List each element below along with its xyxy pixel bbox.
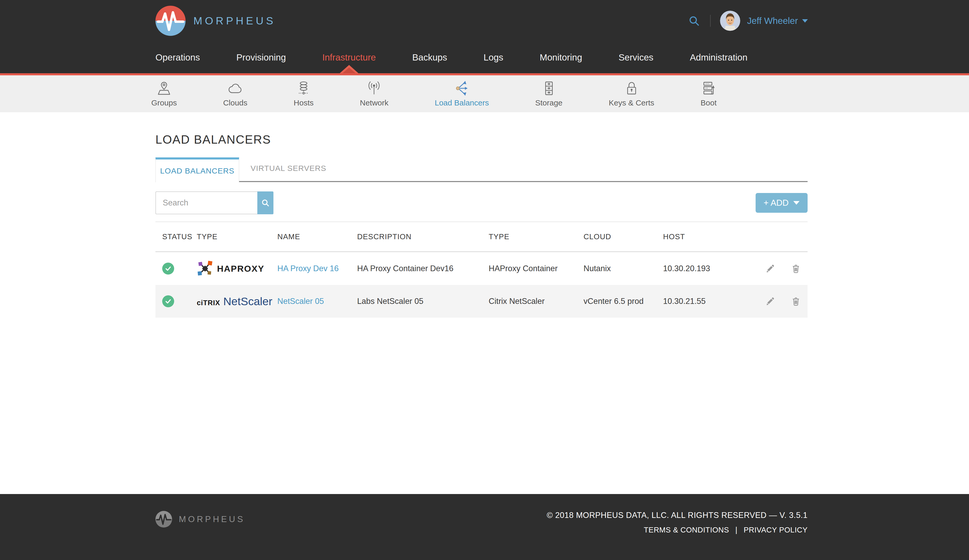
subnav-label: Groups [151,98,177,107]
infrastructure-subnav: Groups Clouds Hosts Network [0,75,969,112]
footer-wordmark: MORPHEUS [179,514,245,524]
tab-virtual-servers[interactable]: VIRTUAL SERVERS [239,164,338,181]
link-separator: | [735,526,738,534]
subnav-item-network[interactable]: Network [360,80,388,107]
type-logo-cell: ciTRIX NetScaler [197,295,277,308]
haproxy-logo-icon [197,260,213,277]
divider [710,15,711,27]
footer-brand: MORPHEUS [155,511,245,528]
boot-server-icon [701,80,717,96]
chevron-down-icon[interactable] [802,19,808,23]
search-group [155,191,273,214]
subnav-label: Network [360,98,388,107]
nav-item-services[interactable]: Services [619,42,653,73]
subnav-label: Load Balancers [435,98,489,107]
search-button[interactable] [257,191,273,214]
search-icon[interactable] [688,15,700,27]
user-menu[interactable]: Jeff Wheeler [747,16,798,26]
type-cell: HAProxy Container [489,264,584,273]
brand-wordmark: MORPHEUS [193,15,276,27]
toolbar: + ADD [155,191,808,214]
drawers-icon [541,80,557,96]
trash-icon [791,264,801,274]
padlock-icon [624,80,640,96]
footer: MORPHEUS © 2018 MORPHEUS DATA, LLC. ALL … [0,494,969,560]
morpheus-logo-icon [155,6,186,36]
search-icon [261,198,270,208]
subnav-item-keys-certs[interactable]: Keys & Certs [609,80,654,107]
col-name: NAME [277,233,357,241]
load-balancers-table: STATUS TYPE NAME DESCRIPTION TYPE CLOUD … [155,221,808,317]
subnav-item-boot[interactable]: Boot [701,80,717,107]
haproxy-logo-text: HAPROXY [217,264,264,274]
subnav-label: Boot [701,98,717,107]
table-header-row: STATUS TYPE NAME DESCRIPTION TYPE CLOUD … [155,222,808,252]
citrix-logo-text: ciTRIX [197,299,220,307]
col-type-logo: TYPE [197,233,277,241]
subnav-label: Clouds [223,98,247,107]
search-input[interactable] [155,191,257,214]
subnav-item-hosts[interactable]: Hosts [294,80,314,107]
subnav-item-clouds[interactable]: Clouds [223,80,247,107]
actions-cell [765,296,808,306]
antenna-icon [366,80,382,96]
col-description: DESCRIPTION [357,233,489,241]
nav-item-backups[interactable]: Backups [412,42,447,73]
delete-button[interactable] [791,296,801,306]
add-button[interactable]: + ADD [756,193,808,213]
load-balancer-link[interactable]: NetScaler 05 [277,297,324,306]
edit-button[interactable] [765,296,775,306]
nav-item-monitoring[interactable]: Monitoring [539,42,582,73]
status-ok-icon [162,295,174,307]
tab-load-balancers[interactable]: LOAD BALANCERS [155,158,239,182]
type-logo-cell: HAPROXY [197,260,277,277]
col-type: TYPE [489,233,584,241]
map-pin-icon [156,80,172,96]
haproxy-logo: HAPROXY [197,260,277,277]
trash-icon [791,296,801,306]
cloud-cell: Nutanix [584,264,663,273]
privacy-link[interactable]: PRIVACY POLICY [744,526,808,534]
tab-bar: LOAD BALANCERS VIRTUAL SERVERS [155,158,808,182]
main-content: LOAD BALANCERS LOAD BALANCERS VIRTUAL SE… [0,112,969,494]
delete-button[interactable] [791,264,801,274]
citrix-netscaler-logo: ciTRIX NetScaler [197,295,277,308]
nav-item-operations[interactable]: Operations [155,42,200,73]
nav-item-infrastructure[interactable]: Infrastructure [322,42,376,73]
edit-button[interactable] [765,263,775,274]
screen: MORPHEUS Jeff Wheeler Operatio [0,0,969,560]
col-cloud: CLOUD [584,233,663,241]
name-cell: NetScaler 05 [277,297,357,306]
chevron-down-icon [793,201,799,205]
actions-cell [765,263,808,274]
pencil-icon [765,296,775,306]
col-status: STATUS [162,233,197,241]
subnav-item-load-balancers[interactable]: Load Balancers [435,80,489,107]
nav-item-administration[interactable]: Administration [690,42,748,73]
subnav-item-storage[interactable]: Storage [535,80,563,107]
top-bar-right: Jeff Wheeler [688,11,808,31]
table-row: ciTRIX NetScaler NetScaler 05 Labs NetSc… [155,285,808,317]
brand: MORPHEUS [155,6,276,36]
load-balancer-link[interactable]: HA Proxy Dev 16 [277,264,339,273]
page-title: LOAD BALANCERS [155,112,808,146]
type-cell: Citrix NetScaler [489,297,584,306]
status-cell [162,295,197,307]
col-host: HOST [663,233,765,241]
subnav-label: Keys & Certs [609,98,654,107]
terms-link[interactable]: TERMS & CONDITIONS [644,526,729,534]
cloud-icon [227,80,243,96]
subnav-item-groups[interactable]: Groups [151,80,177,107]
netscaler-logo-text: NetScaler [223,295,272,308]
description-cell: Labs NetScaler 05 [357,297,489,306]
avatar[interactable] [720,11,740,31]
description-cell: HA Proxy Container Dev16 [357,264,489,273]
cloud-cell: vCenter 6.5 prod [584,297,663,306]
db-stack-icon [296,80,311,96]
pencil-icon [765,263,775,274]
main-nav: Operations Provisioning Infrastructure B… [0,42,969,75]
nav-item-logs[interactable]: Logs [483,42,503,73]
top-bar: MORPHEUS Jeff Wheeler [0,0,969,42]
nav-item-provisioning[interactable]: Provisioning [236,42,286,73]
subnav-label: Hosts [294,98,314,107]
